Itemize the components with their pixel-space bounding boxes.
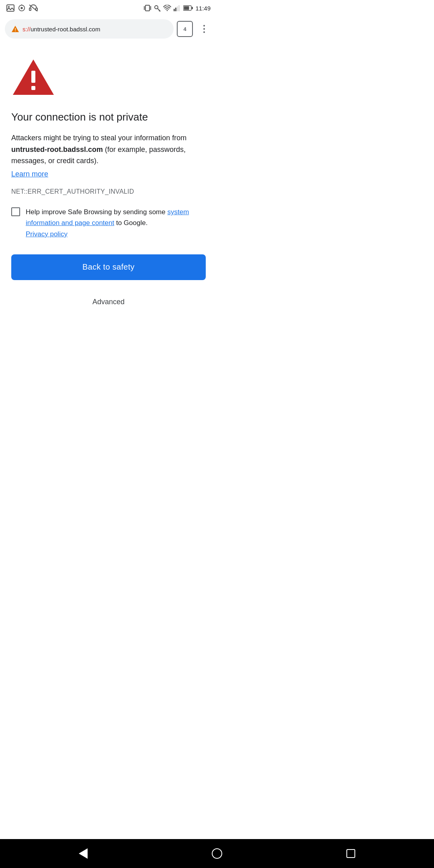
status-bar: 11:49 xyxy=(0,0,217,16)
svg-rect-8 xyxy=(145,5,149,11)
address-scheme: s:// xyxy=(23,26,31,33)
svg-rect-5 xyxy=(29,8,31,10)
svg-point-15 xyxy=(167,10,168,11)
svg-rect-22 xyxy=(192,7,193,9)
back-to-safety-button[interactable]: Back to safety xyxy=(11,254,206,280)
radio-icon xyxy=(18,4,26,12)
key-icon xyxy=(154,4,161,12)
svg-point-1 xyxy=(8,6,10,8)
svg-point-3 xyxy=(20,7,23,9)
advanced-button[interactable]: Advanced xyxy=(11,293,206,311)
menu-button[interactable] xyxy=(196,21,212,37)
tab-count-button[interactable]: 4 xyxy=(177,21,193,37)
no-headset-icon xyxy=(29,4,38,12)
three-dots-icon xyxy=(203,25,205,33)
battery-icon xyxy=(183,5,193,11)
svg-point-11 xyxy=(155,6,158,9)
tab-count-label: 4 xyxy=(183,26,186,32)
svg-rect-17 xyxy=(175,8,176,11)
privacy-policy-link[interactable]: Privacy policy xyxy=(26,230,206,238)
signal-icon xyxy=(174,5,181,11)
learn-more-link[interactable]: Learn more xyxy=(11,170,48,178)
svg-rect-18 xyxy=(177,6,178,11)
address-text: s://untrusted-root.badssl.com xyxy=(23,26,100,33)
main-content: Your connection is not private Attackers… xyxy=(0,42,217,319)
checkbox-label-container: Help improve Safe Browsing by sending so… xyxy=(26,207,206,238)
site-name: untrusted-root.badssl.com xyxy=(11,145,103,154)
warning-icon-container xyxy=(11,58,206,98)
svg-rect-16 xyxy=(174,9,175,11)
status-left-icons xyxy=(6,4,38,12)
warning-triangle-large xyxy=(11,58,55,96)
svg-rect-19 xyxy=(178,5,180,11)
address-url: untrusted-root.badssl.com xyxy=(31,26,100,33)
checkbox-label: Help improve Safe Browsing by sending so… xyxy=(26,208,189,227)
svg-rect-26 xyxy=(31,71,35,83)
safe-browsing-checkbox[interactable] xyxy=(11,207,20,216)
svg-text:!: ! xyxy=(14,27,16,32)
svg-rect-27 xyxy=(31,86,35,90)
error-code: NET::ERR_CERT_AUTHORITY_INVALID xyxy=(11,188,206,195)
wifi-icon xyxy=(163,5,171,11)
warning-triangle-small: ! xyxy=(11,25,19,33)
checkbox-section: Help improve Safe Browsing by sending so… xyxy=(11,207,206,238)
svg-rect-21 xyxy=(184,6,189,10)
description-part1: Attackers might be trying to steal your … xyxy=(11,134,186,142)
svg-rect-0 xyxy=(7,5,14,11)
image-icon xyxy=(6,4,14,12)
address-bar[interactable]: ! s://untrusted-root.badssl.com xyxy=(5,19,174,39)
vibrate-icon xyxy=(144,4,151,12)
description-text: Attackers might be trying to steal your … xyxy=(11,132,206,167)
address-bar-container: ! s://untrusted-root.badssl.com 4 xyxy=(0,16,217,42)
page-title: Your connection is not private xyxy=(11,111,206,124)
status-time: 11:49 xyxy=(195,5,211,12)
status-right-icons: 11:49 xyxy=(144,4,211,12)
